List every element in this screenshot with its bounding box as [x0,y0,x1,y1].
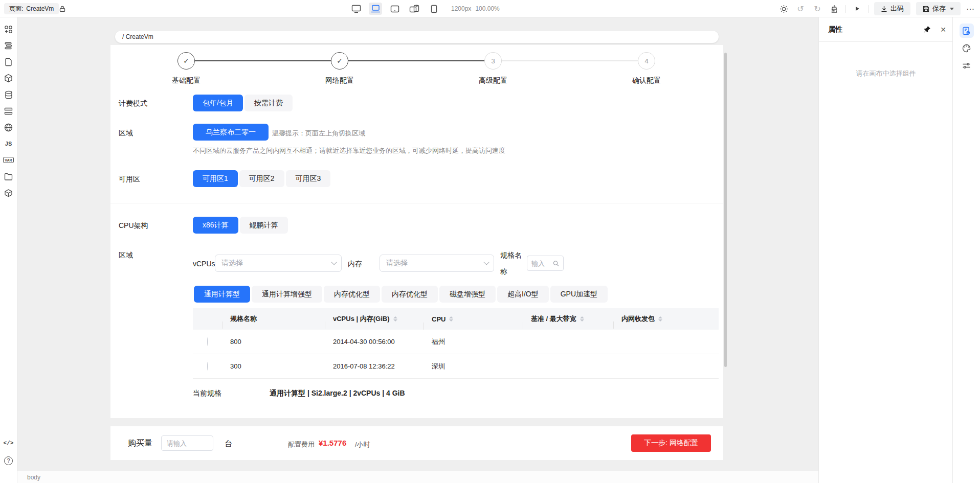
page-badge[interactable]: 页面: CreateVm [4,3,59,14]
tab-general-compute-plus[interactable]: 通用计算增强型 [252,286,322,303]
spec-type-tabs: 通用计算型 通用计算增强型 内存优化型 内存优化型 磁盘增强型 超高I/O型 G… [194,286,608,303]
memory-select-placeholder: 请选择 [386,259,483,268]
variables-icon[interactable]: VAR [1,152,16,168]
memory-select[interactable]: 请选择 [380,255,494,272]
row-radio[interactable] [207,337,208,346]
more-menu-icon[interactable]: ⋯ [966,4,975,14]
table-row[interactable]: 300 2016-07-08 12:36:22 深圳 [193,354,719,379]
rotate-device-icon[interactable] [408,3,421,15]
step-basic-config[interactable]: ✓ 基础配置 [150,52,222,85]
left-plugin-rail: JS VAR </> ? [0,17,17,483]
ai-assistant-icon[interactable] [760,3,772,15]
export-code-button[interactable]: 出码 [874,2,910,15]
sort-icon[interactable] [580,316,584,322]
theme-sun-icon[interactable] [778,3,789,14]
sort-icon[interactable] [658,316,662,322]
canvas-size-readout: 1200px 100.00% [451,0,500,17]
step-label: 网络配置 [304,76,375,85]
zone-option-3[interactable]: 可用区3 [286,170,331,187]
tab-general-compute[interactable]: 通用计算型 [194,286,250,303]
spec-name-search-input[interactable] [531,260,551,267]
tab-ultra-io[interactable]: 超高I/O型 [497,286,549,303]
memory-label: 内存 [348,260,362,269]
billing-option-prepaid[interactable]: 包年/包月 [193,95,243,111]
status-bar: body [17,471,818,483]
assets-box-icon[interactable] [1,185,16,201]
cpu-arch-group: x86计算 鲲鹏计算 [193,217,288,234]
step-connector [348,60,484,61]
preview-play-icon[interactable] [852,4,862,14]
save-button[interactable]: 保存 [916,2,961,15]
header-bandwidth[interactable]: 基准 / 最大带宽 [523,314,613,324]
spec-table-header: 规格名称 vCPUs | 内存(GiB) CPU 基准 / 最大带宽 内网收发包 [193,308,719,330]
phone-icon[interactable] [427,3,440,15]
spec-name-search[interactable] [527,256,564,271]
i18n-globe-icon[interactable] [1,119,16,135]
step-check-icon: ✓ [177,52,195,70]
properties-panel: 属性 ✕ 请在画布中选择组件 [818,17,952,483]
js-panel-icon[interactable]: JS [1,135,16,152]
header-vcpu-mem[interactable]: vCPUs | 内存(GiB) [325,314,424,324]
row-radio[interactable] [207,362,208,371]
laptop-icon[interactable] [369,3,382,15]
close-icon[interactable]: ✕ [940,26,946,34]
help-icon[interactable]: ? [1,452,16,469]
table-row[interactable]: 800 2014-04-30 00:56:00 福州 [193,330,719,354]
canvas-width-value: 1200px [451,5,471,12]
region-option-button[interactable]: 乌兰察布二零一 [193,124,269,141]
bridge-icon[interactable] [1,103,16,119]
code-label: </> [4,440,14,446]
canvas-scrollbar[interactable] [724,53,727,367]
cpu-option-kunpeng[interactable]: 鲲鹏计算 [240,217,288,234]
sort-icon[interactable] [393,316,397,322]
outline-tree-icon[interactable] [1,37,16,54]
cpu-option-x86[interactable]: x86计算 [193,217,238,234]
step-advanced-config[interactable]: 3 高级配置 [457,52,529,85]
tab-memory-optimized[interactable]: 内存优化型 [324,286,380,303]
redo-icon[interactable]: ↻ [812,3,823,14]
step-confirm-config[interactable]: 4 确认配置 [611,52,682,85]
resources-folder-icon[interactable] [1,168,16,185]
undo-icon[interactable]: ↺ [795,3,806,14]
zone-label: 可用区 [119,175,140,184]
vcpus-select-placeholder: 请选择 [221,259,331,268]
source-code-icon[interactable]: </> [1,435,16,451]
props-tab-icon[interactable] [960,24,974,38]
spec-region-label: 区域 [119,251,133,260]
sort-icon[interactable] [449,316,453,322]
tab-disk-enhanced[interactable]: 磁盘增强型 [439,286,496,303]
zone-option-1[interactable]: 可用区1 [193,170,238,187]
step-connector [195,60,331,61]
block-icon[interactable] [1,70,16,86]
materials-icon[interactable] [1,21,16,37]
selected-node-path[interactable]: body [27,474,40,481]
breadcrumb[interactable]: / CreateVm [115,31,719,43]
page-manage-icon[interactable] [1,54,16,70]
tablet-landscape-icon[interactable] [388,3,402,15]
pin-icon[interactable] [923,26,931,33]
save-dropdown-caret[interactable] [950,8,954,10]
next-step-button[interactable]: 下一步: 网络配置 [631,434,711,452]
var-label: VAR [3,157,14,163]
datasource-icon[interactable] [1,86,16,103]
billing-option-ondemand[interactable]: 按需计费 [244,95,293,111]
design-canvas[interactable]: / CreateVm ✓ 基础配置 ✓ 网络配置 3 高级配置 4 确认配置 [17,17,818,471]
desktop-icon[interactable] [349,3,363,15]
tab-memory-optimized-2[interactable]: 内存优化型 [382,286,438,303]
empty-selection-hint: 请在画布中选择组件 [819,69,953,78]
vcpus-select[interactable]: 请选择 [215,255,342,272]
quantity-input[interactable] [161,435,213,451]
step-network-config[interactable]: ✓ 网络配置 [304,52,375,85]
header-cpu[interactable]: CPU [424,315,523,323]
lock-icon[interactable] [56,3,69,14]
app-window: 页面: CreateVm 1200px 100.00% [0,0,980,483]
advanced-sliders-icon[interactable] [960,58,974,73]
header-pps[interactable]: 内网收发包 [613,314,719,324]
zone-option-2[interactable]: 可用区2 [239,170,284,187]
cell-spec-name: 300 [222,362,325,370]
step-check-icon: ✓ [331,52,348,70]
tab-gpu-accelerated[interactable]: GPU加速型 [550,286,608,303]
properties-panel-header: 属性 ✕ [819,17,952,42]
clean-canvas-icon[interactable] [829,3,840,14]
styles-palette-icon[interactable] [960,41,974,55]
